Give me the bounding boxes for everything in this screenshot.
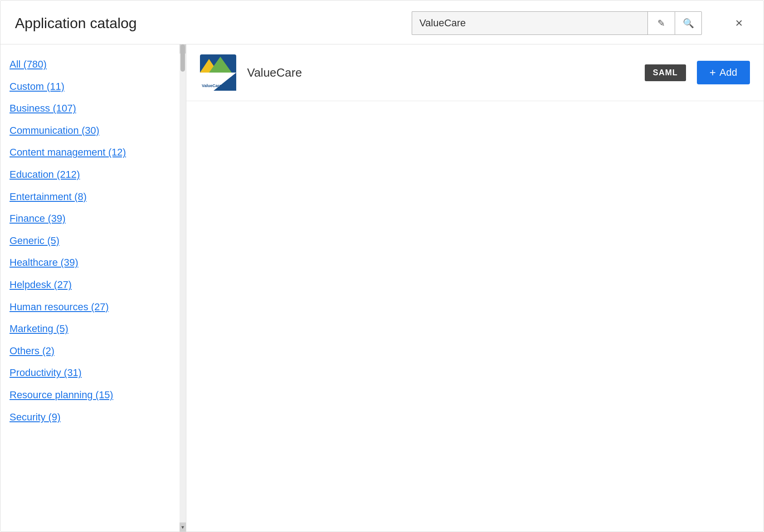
application-catalog-dialog: Application catalog ✎ 🔍 × All (780)Custo… xyxy=(0,0,764,532)
scroll-down-arrow[interactable]: ▼ xyxy=(180,522,186,532)
sidebar-category-item[interactable]: Business (107) xyxy=(0,98,178,120)
sidebar-category-item[interactable]: Generic (5) xyxy=(0,230,178,252)
close-icon: × xyxy=(735,16,743,30)
category-list: All (780)Custom (11)Business (107)Commun… xyxy=(0,49,186,433)
sidebar-category-item[interactable]: Custom (11) xyxy=(0,76,178,98)
sidebar-category-item[interactable]: Healthcare (39) xyxy=(0,252,178,274)
saml-badge: SAML xyxy=(645,64,686,81)
add-button[interactable]: + Add xyxy=(697,61,750,84)
scrollbar-thumb[interactable] xyxy=(180,44,185,72)
sidebar-category-item[interactable]: Communication (30) xyxy=(0,120,178,142)
sidebar-category-item[interactable]: Entertainment (8) xyxy=(0,186,178,208)
svg-text:ValueCare: ValueCare xyxy=(202,83,222,88)
dialog-body: All (780)Custom (11)Business (107)Commun… xyxy=(0,44,764,532)
dialog-header: Application catalog ✎ 🔍 × xyxy=(0,0,764,44)
category-sidebar: All (780)Custom (11)Business (107)Commun… xyxy=(0,44,186,532)
add-label: Add xyxy=(720,67,737,78)
sidebar-category-item[interactable]: Content management (12) xyxy=(0,142,178,164)
search-icon: 🔍 xyxy=(683,18,694,29)
sidebar-category-item[interactable]: Others (2) xyxy=(0,340,178,362)
app-name: ValueCare xyxy=(247,66,634,80)
pencil-icon: ✎ xyxy=(657,18,665,29)
sidebar-category-item[interactable]: All (780) xyxy=(0,54,178,76)
sidebar-category-item[interactable]: Productivity (31) xyxy=(0,362,178,384)
valuecare-logo-svg: ValueCare xyxy=(200,54,236,91)
sidebar-category-item[interactable]: Education (212) xyxy=(0,164,178,186)
app-result-row: ValueCare ValueCare SAML + Add xyxy=(186,44,764,101)
plus-icon: + xyxy=(710,66,716,79)
scrollbar-track: ▲ ▼ xyxy=(180,44,186,532)
results-content: ValueCare ValueCare SAML + Add xyxy=(186,44,764,532)
app-logo: ValueCare xyxy=(200,54,236,91)
sidebar-category-item[interactable]: Finance (39) xyxy=(0,208,178,230)
search-input[interactable] xyxy=(412,11,647,35)
search-area: ✎ 🔍 xyxy=(412,11,702,35)
search-button[interactable]: 🔍 xyxy=(675,11,702,35)
sidebar-category-item[interactable]: Helpdesk (27) xyxy=(0,274,178,296)
sidebar-category-item[interactable]: Security (9) xyxy=(0,406,178,429)
dialog-title: Application catalog xyxy=(15,15,137,32)
sidebar-category-item[interactable]: Resource planning (15) xyxy=(0,384,178,406)
edit-button[interactable]: ✎ xyxy=(647,11,675,35)
sidebar-category-item[interactable]: Marketing (5) xyxy=(0,318,178,340)
close-button[interactable]: × xyxy=(729,13,749,33)
sidebar-category-item[interactable]: Human resources (27) xyxy=(0,296,178,318)
